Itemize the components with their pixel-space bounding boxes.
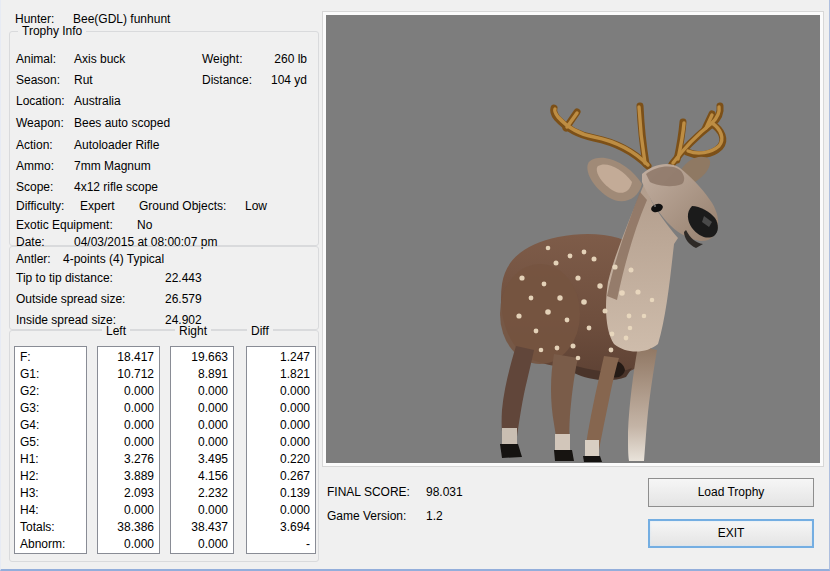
season-row: Season:Rut Distance: 104 yd xyxy=(16,73,314,87)
score-cell-left: 18.417 xyxy=(98,349,159,366)
score-cell-left: 0.000 xyxy=(98,536,159,553)
load-trophy-button[interactable]: Load Trophy xyxy=(648,478,814,507)
score-cell-left: 3.889 xyxy=(98,468,159,485)
action-value: Autoloader Rifle xyxy=(74,138,159,152)
score-cell-diff: 0.000 xyxy=(247,400,315,417)
score-cell-left: 0.000 xyxy=(98,417,159,434)
season-value: Rut xyxy=(74,73,93,87)
score-cell-right: 0.000 xyxy=(171,434,233,451)
antler-label: Antler: xyxy=(16,252,63,266)
weapon-row: Weapon:Bees auto scoped xyxy=(16,116,170,130)
game-version-value: 1.2 xyxy=(426,509,443,523)
exotic-equipment-value: No xyxy=(137,218,152,232)
weapon-label: Weapon: xyxy=(16,116,74,130)
score-cell-right: 0.000 xyxy=(171,400,233,417)
final-score-row: FINAL SCORE:98.031 xyxy=(327,485,463,499)
tip-to-tip-row: Tip to tip distance: 22.443 xyxy=(16,271,314,285)
scope-row: Scope:4x12 rifle scope xyxy=(16,180,158,194)
score-cell-label: F: xyxy=(15,349,86,366)
animal-value: Axis buck xyxy=(74,52,125,66)
score-cell-diff: 0.000 xyxy=(247,502,315,519)
deer-render xyxy=(326,15,820,463)
score-cell-label: Abnorm: xyxy=(15,536,86,553)
score-cell-label: H1: xyxy=(15,451,86,468)
deer-hoof xyxy=(583,456,602,462)
score-cell-diff: 0.000 xyxy=(247,383,315,400)
score-diff-listbox[interactable]: 1.2471.8210.0000.0000.0000.0000.2200.267… xyxy=(246,346,316,554)
animal-label: Animal: xyxy=(16,52,74,66)
location-label: Location: xyxy=(16,94,74,108)
antler-groupbox: Antler:4-points (4) Typical Tip to tip d… xyxy=(9,246,319,330)
animal-row: Animal:Axis buck Weight: 260 lb xyxy=(16,52,314,66)
final-score-label: FINAL SCORE: xyxy=(327,485,426,499)
score-cell-diff: 3.694 xyxy=(247,519,315,536)
column-header-diff: Diff xyxy=(247,324,273,338)
score-cell-right: 4.156 xyxy=(171,468,233,485)
location-row: Location:Australia xyxy=(16,94,121,108)
score-cell-left: 0.000 xyxy=(98,502,159,519)
score-cell-right: 8.891 xyxy=(171,366,233,383)
weight-value: 260 lb xyxy=(255,52,307,66)
deer-hoof xyxy=(554,450,574,461)
score-cell-diff: 0.220 xyxy=(247,451,315,468)
outside-spread-label: Outside spread size: xyxy=(16,292,125,306)
score-cell-left: 0.000 xyxy=(98,400,159,417)
score-cell-label: Totals: xyxy=(15,519,86,536)
score-cell-diff: 1.247 xyxy=(247,349,315,366)
score-cell-diff: 0.267 xyxy=(247,468,315,485)
season-label: Season: xyxy=(16,73,74,87)
deer-antlers xyxy=(554,106,723,166)
score-cell-diff: - xyxy=(247,536,315,553)
score-cell-label: H2: xyxy=(15,468,86,485)
score-cell-right: 0.000 xyxy=(171,536,233,553)
game-version-label: Game Version: xyxy=(327,509,426,523)
action-label: Action: xyxy=(16,138,74,152)
hunter-value: Bee(GDL) funhunt xyxy=(73,12,170,26)
ammo-label: Ammo: xyxy=(16,159,74,173)
exit-button[interactable]: EXIT xyxy=(648,519,814,548)
score-cell-diff: 0.000 xyxy=(247,434,315,451)
ammo-row: Ammo:7mm Magnum xyxy=(16,159,151,173)
score-left-listbox[interactable]: 18.41710.7120.0000.0000.0000.0003.2763.8… xyxy=(97,346,160,554)
score-cell-right: 0.000 xyxy=(171,417,233,434)
tip-to-tip-value: 22.443 xyxy=(165,271,202,285)
score-cell-left: 2.093 xyxy=(98,485,159,502)
score-right-listbox[interactable]: 19.6638.8910.0000.0000.0000.0003.4954.15… xyxy=(170,346,234,554)
score-cell-right: 2.232 xyxy=(171,485,233,502)
deer-hoof xyxy=(500,444,522,458)
score-cell-label: H3: xyxy=(15,485,86,502)
weapon-value: Bees auto scoped xyxy=(74,116,170,130)
trophy-render-viewport[interactable] xyxy=(323,12,823,466)
ammo-value: 7mm Magnum xyxy=(74,159,151,173)
trophy-dialog: Hunter:Bee(GDL) funhunt Trophy Info Anim… xyxy=(0,0,830,571)
score-cell-left: 38.386 xyxy=(98,519,159,536)
tip-to-tip-label: Tip to tip distance: xyxy=(16,271,113,285)
antler-value: 4-points (4) Typical xyxy=(63,252,164,266)
difficulty-value: Expert xyxy=(80,199,115,213)
score-cell-label: G5: xyxy=(15,434,86,451)
score-row-labels-listbox[interactable]: F:G1:G2:G3:G4:G5:H1:H2:H3:H4:Totals:Abno… xyxy=(14,346,87,554)
distance-value: 104 yd xyxy=(255,73,307,87)
score-cell-left: 0.000 xyxy=(98,383,159,400)
score-cell-left: 10.712 xyxy=(98,366,159,383)
score-cell-label: G3: xyxy=(15,400,86,417)
score-cell-label: G4: xyxy=(15,417,86,434)
game-version-row: Game Version:1.2 xyxy=(327,509,443,523)
ground-objects-value: Low xyxy=(245,199,267,213)
score-cell-right: 0.000 xyxy=(171,383,233,400)
exotic-equipment-label: Exotic Equipment: xyxy=(16,218,137,232)
action-row: Action:Autoloader Rifle xyxy=(16,138,159,152)
difficulty-label: Difficulty: xyxy=(16,199,80,213)
score-cell-label: G1: xyxy=(15,366,86,383)
column-header-right: Right xyxy=(175,324,211,338)
antler-row: Antler:4-points (4) Typical xyxy=(16,252,164,266)
outside-spread-row: Outside spread size: 26.579 xyxy=(16,292,314,306)
column-header-left: Left xyxy=(102,324,130,338)
score-cell-right: 38.437 xyxy=(171,519,233,536)
score-cell-right: 3.495 xyxy=(171,451,233,468)
exotic-equipment-row: Exotic Equipment:No xyxy=(16,218,152,232)
score-cell-left: 0.000 xyxy=(98,434,159,451)
score-cell-right: 0.000 xyxy=(171,502,233,519)
trophy-info-groupbox: Trophy Info Animal:Axis buck Weight: 260… xyxy=(9,31,319,246)
score-cell-diff: 1.821 xyxy=(247,366,315,383)
